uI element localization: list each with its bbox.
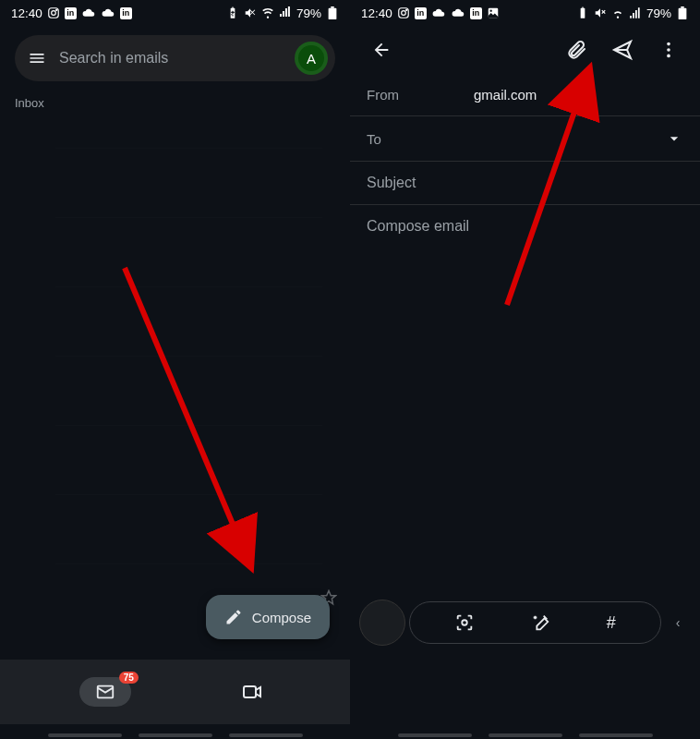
send-icon — [611, 39, 634, 61]
svg-rect-4 — [331, 6, 334, 8]
cloud-icon — [101, 8, 115, 18]
battery-percent: 79% — [646, 6, 671, 20]
svg-point-17 — [667, 48, 670, 52]
toolbar-more[interactable]: ‹ — [665, 615, 691, 630]
body-placeholder: Compose email — [367, 218, 469, 235]
svg-point-9 — [405, 9, 406, 10]
paperclip-icon — [565, 39, 587, 61]
linkedin-icon: in — [65, 7, 77, 19]
status-time: 12:40 — [361, 6, 392, 20]
svg-point-1 — [51, 11, 55, 16]
compose-label: Compose — [252, 610, 311, 625]
cloud-icon — [451, 8, 465, 18]
send-button[interactable] — [604, 31, 641, 68]
edit-plus-icon[interactable] — [530, 612, 550, 633]
wifi-off-icon — [611, 6, 624, 19]
account-avatar[interactable]: A — [295, 42, 328, 75]
keyboard-toolbar: # ‹ — [359, 599, 691, 647]
svg-point-18 — [667, 55, 670, 58]
compose-button[interactable]: Compose — [206, 595, 330, 639]
signal-icon — [279, 6, 292, 19]
clipboard-thumb[interactable] — [359, 600, 405, 646]
instagram-icon — [397, 6, 410, 19]
battery-saver-icon — [226, 6, 239, 19]
svg-point-19 — [462, 620, 467, 625]
nav-bar-indicator — [350, 733, 700, 737]
video-icon — [241, 681, 263, 703]
phone-compose: 12:40 in in 79% — [350, 0, 700, 739]
battery-icon — [676, 6, 689, 19]
pencil-icon — [224, 608, 243, 626]
inbox-label: Inbox — [0, 91, 350, 115]
status-time: 12:40 — [11, 6, 42, 20]
more-button[interactable] — [650, 31, 687, 68]
unread-badge: 75 — [119, 672, 139, 684]
svg-point-11 — [489, 10, 491, 12]
scan-icon[interactable] — [454, 612, 475, 633]
hamburger-icon[interactable] — [28, 49, 46, 67]
attach-button[interactable] — [558, 31, 595, 68]
search-placeholder: Search in emails — [59, 50, 282, 67]
compose-toolbar — [350, 26, 700, 74]
subject-row[interactable]: Subject — [350, 162, 700, 205]
mute-icon — [244, 6, 257, 19]
nav-mail[interactable]: 75 — [79, 677, 131, 707]
from-row[interactable]: From gmail.com — [350, 74, 700, 116]
svg-point-16 — [667, 42, 670, 46]
to-row[interactable]: To — [350, 116, 700, 162]
nav-meet[interactable] — [234, 673, 271, 710]
to-label: To — [367, 131, 422, 147]
hash-button[interactable]: # — [607, 613, 616, 633]
svg-rect-14 — [679, 8, 687, 19]
phone-inbox: 12:40 in in 79% Search in emails A — [0, 0, 350, 739]
svg-rect-15 — [681, 6, 684, 8]
battery-percent: 79% — [296, 6, 321, 20]
svg-rect-5 — [244, 686, 256, 697]
chevron-down-icon[interactable] — [665, 129, 683, 148]
mail-icon — [95, 682, 115, 702]
svg-rect-3 — [329, 8, 337, 19]
svg-point-2 — [55, 9, 56, 10]
mute-icon — [594, 6, 607, 19]
svg-point-8 — [401, 11, 405, 16]
cloud-icon — [431, 8, 446, 18]
more-vert-icon — [658, 40, 679, 60]
back-button[interactable] — [363, 31, 400, 68]
linkedin-icon: in — [415, 7, 427, 19]
linkedin-icon: in — [120, 7, 132, 19]
instagram-icon — [47, 6, 60, 19]
status-bar: 12:40 in in 79% — [350, 0, 700, 26]
battery-saver-icon — [576, 6, 589, 19]
status-bar: 12:40 in in 79% — [0, 0, 350, 26]
from-label: From — [367, 87, 422, 103]
cloud-icon — [81, 8, 96, 18]
toolbar-pill: # — [409, 601, 661, 644]
subject-placeholder: Subject — [367, 175, 416, 191]
linkedin-icon: in — [470, 7, 482, 19]
image-icon — [487, 6, 500, 19]
search-bar[interactable]: Search in emails A — [15, 35, 335, 81]
arrow-left-icon — [371, 40, 392, 60]
nav-bar-indicator — [0, 733, 350, 737]
signal-icon — [629, 6, 642, 19]
svg-line-6 — [125, 268, 249, 563]
from-value: gmail.com — [474, 87, 537, 103]
bottom-nav: 75 — [0, 660, 350, 724]
wifi-off-icon — [261, 6, 274, 19]
body-row[interactable]: Compose email — [350, 205, 700, 248]
battery-icon — [326, 6, 339, 19]
